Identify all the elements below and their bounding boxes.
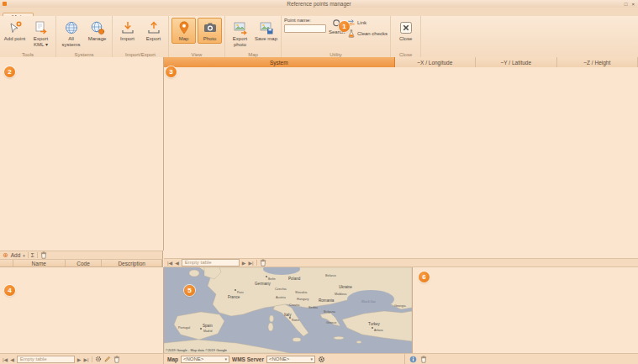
pager-prev-button[interactable]: ◀ xyxy=(175,260,179,266)
gear-icon xyxy=(95,356,102,362)
map-country-label: Turkey xyxy=(368,322,381,326)
manage-globe-gear-icon xyxy=(90,20,105,35)
clean-checks-label: Clean checks xyxy=(357,31,388,36)
annotation-marker-6: 6 xyxy=(419,272,430,282)
annotation-marker-2: 2 xyxy=(4,66,15,77)
export-kml-button[interactable]: Export KML ▾ xyxy=(29,18,53,49)
left-table-column-description[interactable]: Description xyxy=(102,260,162,266)
flask-icon xyxy=(347,29,356,38)
link-label: Link xyxy=(357,20,366,25)
pager-last-button[interactable]: ▶| xyxy=(248,260,253,266)
map-city-label: Rome xyxy=(292,319,299,322)
annotation-marker-5: 5 xyxy=(184,285,195,296)
map-country-label: Greece xyxy=(326,321,336,324)
pager-next-button[interactable]: ▶ xyxy=(242,260,246,266)
photo-delete-button[interactable] xyxy=(420,356,427,363)
pager-prev-button[interactable]: ◀ xyxy=(10,356,14,362)
photo-info-button[interactable] xyxy=(409,356,417,363)
map-country-label: Czechia xyxy=(275,288,287,291)
view-photo-button[interactable]: Photo xyxy=(198,18,222,44)
import-icon xyxy=(120,20,135,35)
all-systems-button[interactable]: All systems xyxy=(59,18,83,49)
restore-window-button[interactable]: □ xyxy=(625,1,628,8)
map-sea-label: Black Sea xyxy=(361,299,376,303)
map-city-dot xyxy=(200,328,202,330)
ribbon-group-tools: Add point Export KML ▾ Tools xyxy=(0,16,56,57)
grid-column-header-2[interactable]: ~X / Longitude xyxy=(395,57,476,67)
settings-button[interactable] xyxy=(95,356,102,362)
point-name-column: Point name: xyxy=(284,18,326,33)
export-button[interactable]: Export xyxy=(141,18,166,44)
import-button[interactable]: Import xyxy=(115,18,140,44)
pager-first-button[interactable]: |◀ xyxy=(3,356,8,362)
map-country-label: Moldova xyxy=(335,293,347,296)
export-photo-label: Export photo xyxy=(229,36,251,47)
point-name-input[interactable] xyxy=(284,24,326,33)
grid-column-header-3[interactable]: ~Y / Latitude xyxy=(476,57,556,67)
map-country-label: Slovakia xyxy=(295,291,308,294)
map-settings-button[interactable] xyxy=(318,356,325,363)
pager-last-button[interactable]: ▶| xyxy=(83,356,88,362)
point-details-panel[interactable] xyxy=(0,267,164,353)
ribbon-group-view: Map Photo View xyxy=(169,16,225,57)
delete-row-button[interactable] xyxy=(40,251,47,259)
map-view[interactable]: MadridParisBerlinRomeAnkara GermanyPolan… xyxy=(164,267,412,353)
left-table-column-code[interactable]: Code xyxy=(66,260,103,266)
add-row-button[interactable]: Add xyxy=(11,252,21,258)
wms-server-select[interactable]: <NONE> ▾ xyxy=(266,356,315,363)
manage-button[interactable]: Manage xyxy=(85,18,109,44)
photo-panel-bar xyxy=(405,354,427,364)
trash-icon xyxy=(40,251,47,259)
view-map-button[interactable]: Map xyxy=(171,18,196,44)
add-point-button[interactable]: Add point xyxy=(3,18,27,44)
app-window: Reference points manager □ × Main Add po… xyxy=(0,0,638,364)
grid-column-header-4[interactable]: ~Z / Height xyxy=(557,57,638,67)
map-country-label: Austria xyxy=(276,296,287,299)
grid-delete-button[interactable] xyxy=(260,259,266,266)
pager-first-button[interactable]: |◀ xyxy=(167,260,172,266)
all-systems-label: All systems xyxy=(60,36,82,47)
ribbon-group-utility: Point name: Search Link xyxy=(282,16,391,57)
map-country-label: Belarus xyxy=(325,274,336,277)
close-button[interactable]: Close xyxy=(393,18,418,44)
map-city-label: Paris xyxy=(237,291,244,294)
photo-panel[interactable] xyxy=(412,267,638,353)
coordinates-grid-panel[interactable] xyxy=(164,67,638,258)
close-window-button[interactable]: × xyxy=(631,1,635,8)
grid-column-header-1[interactable]: System xyxy=(164,57,395,67)
trash-icon xyxy=(420,356,427,363)
map-source-select[interactable]: <NONE> ▾ xyxy=(181,356,229,363)
sigma-button[interactable]: Σ xyxy=(31,252,34,258)
view-photo-label: Photo xyxy=(203,36,217,42)
left-pager-status: Empty table xyxy=(17,356,75,363)
reference-points-list-panel[interactable] xyxy=(0,57,164,251)
pager-next-button[interactable]: ▶ xyxy=(77,356,82,362)
add-point-label: Add point xyxy=(4,36,25,42)
map-country-label: Portugal xyxy=(178,326,190,330)
left-table-column-name[interactable]: Name xyxy=(13,260,66,266)
close-label: Close xyxy=(399,36,412,42)
utility-controls: Point name: Search Link xyxy=(284,18,388,38)
export-kml-label: Export KML ▾ xyxy=(29,36,52,47)
map-attribution: ©2019 Google - Map data ©2019 Google xyxy=(166,348,227,352)
edit-button[interactable] xyxy=(104,356,111,362)
left-list-toolbar: ⊕ Add ▾ Σ xyxy=(0,251,163,260)
add-row-icon: ⊕ xyxy=(3,252,8,259)
delete-button[interactable] xyxy=(113,356,120,363)
export-photo-button[interactable]: Export photo xyxy=(228,18,252,49)
annotation-marker-4: 4 xyxy=(4,285,15,296)
view-map-label: Map xyxy=(179,36,189,42)
link-button[interactable]: Link xyxy=(347,18,388,27)
pager-separator xyxy=(92,356,92,362)
clean-checks-button[interactable]: Clean checks xyxy=(347,29,388,38)
add-row-caret-icon[interactable]: ▾ xyxy=(23,253,25,258)
save-map-button[interactable]: Save map xyxy=(254,18,278,44)
map-source-value: <NONE> xyxy=(183,356,203,361)
left-column: ⊕ Add ▾ Σ NameCodeDescription xyxy=(0,57,164,353)
add-point-icon xyxy=(8,20,23,35)
row-selector-column xyxy=(0,260,13,266)
chevron-down-icon: ▾ xyxy=(310,356,313,361)
left-pager-bar: |◀ ◀ Empty table ▶ ▶| xyxy=(0,354,164,364)
utility-right-column: Link Clean checks xyxy=(347,18,388,38)
map-country-label: Croatia xyxy=(289,303,300,307)
